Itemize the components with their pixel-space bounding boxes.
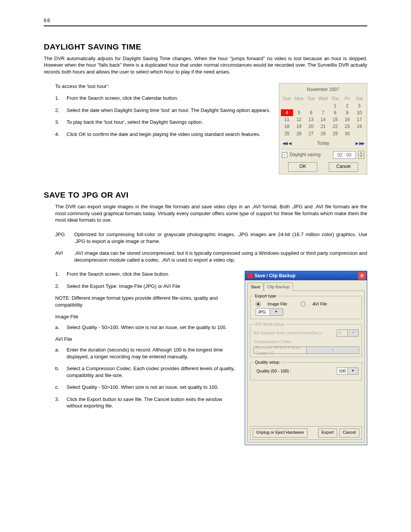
list-item: 3.Click the Export button to save file. … [55,396,237,409]
calendar-day[interactable]: 25 [281,130,293,137]
page-rule [44,26,367,26]
tab-save[interactable]: Save [247,283,264,291]
radio-image-file[interactable] [256,302,261,307]
dialog-titlebar: Save / Clip Backup ✕ [245,271,367,280]
radio-avi-file[interactable] [301,302,306,307]
chevron-down-icon: ▼ [306,347,359,353]
dst-lead: To access the 'lost hour': [55,83,271,90]
format-defs: JPGOptimized for compressing full-color … [44,231,367,263]
chevron-down-icon: ▼ [269,309,283,315]
list-item: 1.From the Search screen, click the Save… [55,271,237,278]
heading-save: SAVE TO JPG OR AVI [44,190,367,200]
calendar-day[interactable]: 18 [281,123,293,130]
close-icon[interactable]: ✕ [358,272,366,280]
quality-select[interactable]: 100 ▼ [337,367,358,375]
app-icon [247,273,253,278]
calendar-day[interactable]: 24 [353,123,365,130]
nav-next-icon[interactable]: ▶ [355,141,358,146]
calendar-title: November 2007 [281,85,365,95]
calendar-day[interactable]: 5 [293,109,305,116]
calendar-day[interactable]: 11 [281,116,293,123]
today-button[interactable]: Today [291,140,355,146]
avi-file-label: AVI File [55,336,237,343]
calendar-day[interactable]: 23 [341,123,354,130]
calendar-day[interactable]: 29 [329,130,341,137]
calendar-day[interactable]: 30 [341,130,354,137]
calendar-weekday-row: Sun Mon Tue Wed Thu Fri Sat [281,95,365,102]
save-steps-column: 1.From the Search screen, click the Save… [44,271,237,415]
calendar-day[interactable]: 4 [281,109,293,116]
calendar-day [317,102,329,109]
calendar-day[interactable]: 12 [293,116,305,123]
calendar-day[interactable]: 2 [341,102,354,109]
calendar-widget: November 2007 Sun Mon Tue Wed Thu Fri Sa… [279,83,367,175]
calendar-day[interactable]: 9 [341,109,354,116]
list-item: 3.To play back the 'lost hour', select t… [55,119,271,126]
calendar-day[interactable]: 10 [353,109,365,116]
dst-steps-column: To access the 'lost hour': 1.From the Se… [44,83,271,143]
heading-daylight: DAYLIGHT SAVING TIME [44,42,367,52]
calendar-day[interactable]: 3 [353,102,365,109]
export-button[interactable]: Export [318,428,337,438]
calendar-day[interactable]: 21 [317,123,329,130]
list-item: 2.Select the Export Type: Image File (JP… [55,283,237,290]
list-item: 2.Select the date when Daylight Saving t… [55,107,271,114]
unplug-button[interactable]: Unplug or Eject Hardware [253,428,307,438]
codec-select: Microsoft MPEG-4 Video Codec V2 ▼ [253,347,359,354]
list-item: b.Select a Compression Codec. Each codec… [55,365,237,379]
calendar-day[interactable]: 28 [317,130,329,137]
list-item: 4.Click OK to confirm the date and begin… [55,131,271,138]
calendar-day[interactable]: 16 [341,116,354,123]
calendar-day[interactable]: 6 [305,109,317,116]
avi-duration-select: 5 ▼ [337,329,358,337]
calendar-day[interactable]: 26 [293,130,305,137]
list-item: c.Select Quality - 50>100. When size is … [55,384,237,391]
calendar-nav: ◀◀ ◀ Today ▶ ▶▶ [281,137,365,149]
calendar-day [293,102,305,109]
dialog-cancel-button[interactable]: Cancel [339,428,359,438]
image-file-label: Image File [55,313,237,320]
document-page: 66 DAYLIGHT SAVING TIME The DVR automati… [0,0,411,532]
dialog-title-text: Save / Clip Backup [255,273,295,279]
chevron-down-icon: ▼ [347,368,358,374]
calendar-day [281,102,293,109]
cancel-button[interactable]: Cancel [329,162,358,172]
calendar-day [305,102,317,109]
time-spinner[interactable]: ▲▼ [358,151,364,159]
calendar-day[interactable]: 17 [353,116,365,123]
save-intro: The DVR can export single images in the … [44,203,367,224]
tab-clip-backup[interactable]: Clip Backup [264,283,293,291]
calendar-day[interactable]: 13 [305,116,317,123]
list-item: a.Select Quality - 50>100. When size is … [55,324,237,331]
daylight-time-field[interactable]: 02 : 00 [333,151,356,159]
calendar-day [353,130,365,137]
list-item: a.Enter the duration (seconds) to record… [55,347,237,360]
nav-first-icon[interactable]: ◀◀ [282,141,287,146]
dst-step-list: 1.From the Search screen, click the Cale… [55,95,271,137]
ok-button[interactable]: OK [288,162,317,172]
calendar-days-grid: 1234567891011121314151617181920212223242… [281,102,365,137]
export-type-group: Export type Image File AVI File JPG ▼ [250,293,362,319]
calendar-day[interactable]: 14 [317,116,329,123]
dst-intro: The DVR automatically adjusts for Daylig… [44,55,367,75]
calendar-day[interactable]: 15 [329,116,341,123]
calendar-day[interactable]: 27 [305,130,317,137]
page-number: 66 [44,17,367,24]
calendar-day[interactable]: 7 [317,109,329,116]
chevron-down-icon: ▼ [347,330,358,336]
calendar-day[interactable]: 22 [329,123,341,130]
list-item: 1.From the Search screen, click the Cale… [55,95,271,102]
calendar-day[interactable]: 1 [329,102,341,109]
calendar-day[interactable]: 8 [329,109,341,116]
dialog-footer: Unplug or Eject Hardware Export Cancel [250,426,362,440]
daylight-checkbox[interactable]: ✓ [282,152,287,158]
avi-detail-group: AVI detail setup Avi duration from curre… [250,321,362,358]
quality-group: Quality setup Quality (50 - 100) : 100 ▼ [250,359,362,380]
nav-last-icon[interactable]: ▶▶ [359,141,364,146]
image-format-select[interactable]: JPG ▼ [256,308,283,316]
save-clip-dialog: Save / Clip Backup ✕ Save Clip Backup Ex… [245,271,367,445]
daylight-label: Daylight saving [290,152,331,158]
calendar-day[interactable]: 20 [305,123,317,130]
calendar-day[interactable]: 19 [293,123,305,130]
note-text: NOTE: Different image format types provi… [55,295,237,308]
